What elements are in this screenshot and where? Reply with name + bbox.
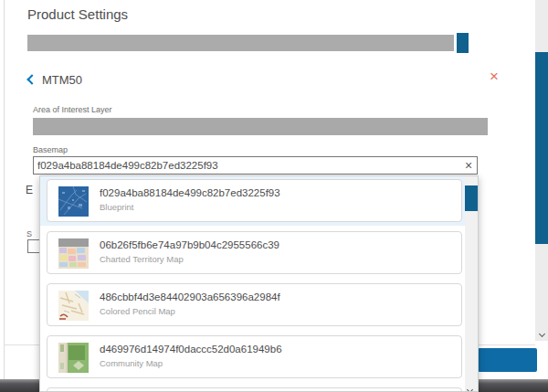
close-icon: × — [490, 69, 499, 84]
obscured-label-fragment: E — [26, 184, 33, 196]
window-scrollbar-thumb[interactable] — [535, 52, 548, 244]
obscured-label-fragment: S — [26, 229, 32, 238]
basemap-dropdown: f029a4ba88184de499c82b7ed3225f93 Bluepri… — [39, 175, 479, 392]
charted-territory-map-thumbnail — [58, 238, 89, 269]
basemap-option-partial[interactable] — [47, 387, 462, 392]
back-button[interactable]: MTM50 — [28, 72, 82, 87]
product-settings-dialog: Product Settings MTM50 × Area of Interes… — [0, 0, 548, 392]
basemap-input[interactable] — [34, 160, 460, 171]
back-label: MTM50 — [42, 73, 82, 87]
aoi-field-placeholder[interactable] — [33, 118, 488, 135]
page-title: Product Settings — [27, 6, 128, 22]
basemap-combobox: × — [33, 156, 478, 175]
x-clear-icon: × — [465, 159, 472, 172]
window-scroll-down-button[interactable] — [538, 332, 546, 340]
close-button[interactable]: × — [485, 67, 503, 85]
basemap-field-label: Basemap — [33, 145, 68, 154]
chevron-left-icon — [26, 74, 37, 84]
basemap-option-blueprint[interactable]: f029a4ba88184de499c82b7ed3225f93 Bluepri… — [47, 179, 462, 222]
colored-pencil-map-thumbnail — [58, 291, 89, 321]
community-map-thumbnail — [58, 343, 89, 373]
option-id: 06b26f5fb6e74a97b9b04c2955566c39 — [100, 239, 279, 250]
clear-button[interactable]: × — [460, 157, 477, 174]
dropdown-scrollbar-thumb[interactable] — [465, 185, 478, 211]
dropdown-scroll-down-button[interactable] — [468, 379, 475, 387]
primary-action-button[interactable] — [478, 348, 537, 372]
basemap-option-colored-pencil[interactable]: 486cbbf4d3e84402903a656396a2984f Colored… — [47, 283, 462, 326]
option-id: f029a4ba88184de499c82b7ed3225f93 — [100, 187, 280, 198]
modal-left-border — [4, 0, 5, 379]
option-name: Blueprint — [100, 202, 134, 212]
option-id: 486cbbf4d3e84402903a656396a2984f — [100, 291, 280, 302]
blueprint-map-thumbnail — [58, 186, 89, 217]
option-name: Community Map — [100, 358, 163, 368]
option-name: Charted Territory Map — [100, 254, 184, 264]
aoi-field-label: Area of Interest Layer — [33, 105, 112, 114]
basemap-option-charted-territory[interactable]: 06b26f5fb6e74a97b9b04c2955566c39 Charted… — [47, 231, 462, 274]
option-id: d469976d14974f0daccc52d0a61949b6 — [100, 344, 282, 355]
blue-indicator — [457, 33, 469, 53]
redacted-field-bar — [27, 35, 454, 51]
basemap-option-community[interactable]: d469976d14974f0daccc52d0a61949b6 Communi… — [47, 335, 462, 378]
chevron-down-icon — [539, 331, 545, 337]
option-name: Colored Pencil Map — [100, 306, 175, 316]
